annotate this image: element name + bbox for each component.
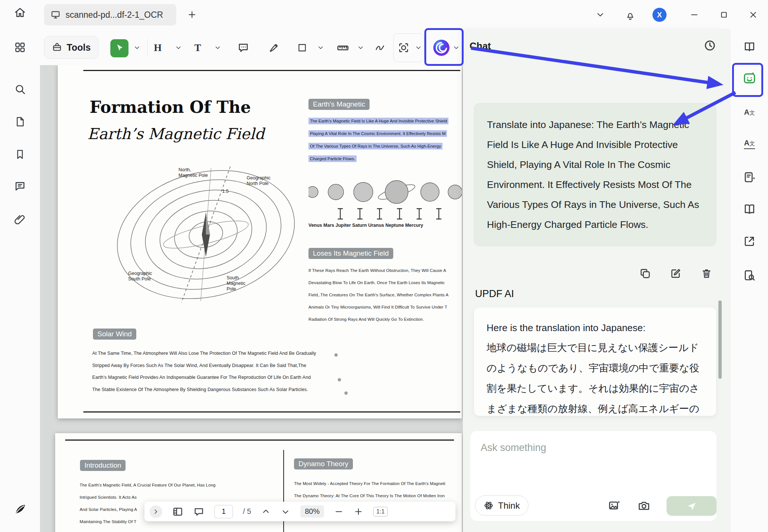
translate-alt-icon: A文: [744, 139, 755, 149]
annotation-dot[interactable]: [338, 378, 341, 381]
ai-response-bubble[interactable]: Here is the translation into Japanese: 地…: [474, 307, 716, 416]
ocr-tag-solar-wind[interactable]: Solar Wind: [93, 329, 136, 340]
close-button[interactable]: [748, 10, 758, 20]
ruler-icon: [337, 41, 349, 54]
ai-export-button[interactable]: [742, 234, 757, 248]
planets-caption: Venus Mars Jupiter Saturn Uranus Neptune…: [308, 223, 423, 228]
annotation-dot[interactable]: [334, 353, 338, 357]
collapse-toolbar-button[interactable]: [595, 10, 605, 20]
tools-button[interactable]: Tools: [44, 36, 98, 59]
notifications-button[interactable]: [625, 10, 635, 20]
freehand-tool[interactable]: [373, 41, 387, 54]
chevron-down-icon: [595, 10, 605, 20]
thumbnail-panel-button[interactable]: [172, 506, 183, 517]
diagram-label-north: North, Magnetic Pole: [178, 167, 208, 178]
page-total-label: / 5: [243, 507, 251, 516]
pdf-title-line2: Earth’s Magnetic Field: [87, 125, 264, 143]
sidebar-item-panels[interactable]: [13, 41, 27, 54]
plus-icon: [187, 10, 197, 20]
delete-message-button[interactable]: [701, 267, 712, 279]
screenshot-button[interactable]: [638, 499, 650, 512]
message-actions: [639, 267, 712, 279]
ocr-tag-introduction[interactable]: Introduction: [80, 460, 126, 471]
pdf-page-1[interactable]: Formation Of The Earth’s Magnetic Field: [58, 65, 462, 418]
text-tool[interactable]: T: [191, 41, 204, 54]
shape-tool[interactable]: [295, 41, 309, 54]
book-icon: [743, 203, 756, 215]
sidebar-item-comments[interactable]: [13, 179, 27, 193]
export-icon: [743, 235, 756, 248]
annotation-dot[interactable]: [344, 391, 348, 395]
previous-page-button[interactable]: [261, 507, 271, 516]
new-tab-button[interactable]: [187, 10, 197, 20]
ask-input[interactable]: [474, 434, 717, 461]
sidebar-item-bookmarks[interactable]: [13, 148, 27, 161]
zoom-level-display[interactable]: 80%: [300, 505, 324, 518]
updf-logo-icon: [13, 502, 27, 516]
sidebar-item-search[interactable]: [13, 83, 27, 96]
minus-icon: [334, 507, 344, 516]
select-tool-dropdown[interactable]: [133, 44, 141, 51]
measure-tool[interactable]: [336, 41, 350, 54]
pen-tool[interactable]: [267, 41, 281, 54]
zoom-in-button[interactable]: [354, 507, 363, 516]
ai-sender-name: UPDF AI: [475, 288, 514, 300]
send-button[interactable]: [667, 496, 717, 516]
ocr-tag-dynamo-theory[interactable]: Dynamo Theory: [294, 458, 353, 469]
field-lines-figure: [113, 161, 299, 306]
heading-tool-dropdown[interactable]: [175, 44, 182, 51]
search-icon: [14, 83, 26, 95]
chevron-up-icon: [261, 507, 271, 516]
actual-size-button[interactable]: 1:1: [373, 507, 387, 516]
ai-summary-button[interactable]: [742, 170, 757, 184]
diagram-label-geo-south: Geographic South Pole: [128, 271, 152, 282]
translate-text-button[interactable]: A文: [742, 105, 757, 119]
right-sidebar: A文 A文: [730, 29, 768, 532]
think-mode-button[interactable]: Think: [475, 495, 528, 516]
zoom-out-button[interactable]: [334, 507, 344, 516]
diagram-label-geo-north: Geographic North Pole: [247, 175, 271, 186]
copy-message-button[interactable]: [639, 267, 651, 279]
home-button[interactable]: [13, 6, 27, 19]
ocr-tool-dropdown[interactable]: [415, 44, 422, 51]
search-document-button[interactable]: [742, 268, 757, 282]
chat-history-button[interactable]: [703, 39, 717, 52]
pdf-viewport[interactable]: Formation Of The Earth’s Magnetic Field: [40, 65, 463, 532]
chevron-down-icon: [415, 44, 422, 51]
sidebar-item-thumbnails[interactable]: [13, 115, 27, 128]
heading-tool[interactable]: H: [151, 41, 164, 54]
text-tool-dropdown[interactable]: [214, 44, 221, 51]
pdf-text-line: At The Same Time, The Atmosphere Will Al…: [92, 351, 316, 363]
document-tab[interactable]: scanned-pd...df-2-1_OCR: [44, 4, 176, 26]
sidebar-item-attachments[interactable]: [13, 213, 27, 226]
translate-page-button[interactable]: A文: [742, 137, 757, 151]
square-icon: [297, 43, 307, 53]
pdf-text-line: The Most Widely - Accepted Theory For Th…: [294, 481, 445, 494]
ocr-tag-earths-magnetic[interactable]: Earth's Magnetic: [308, 99, 370, 110]
minimize-button[interactable]: [689, 10, 699, 20]
heading-icon: H: [154, 42, 161, 54]
ocr-capture-tool[interactable]: [397, 41, 410, 54]
comment-tool[interactable]: [237, 41, 250, 54]
comment-panel-button[interactable]: [193, 506, 204, 517]
chat-scrollbar[interactable]: [718, 300, 722, 379]
booklet-view-button[interactable]: [742, 202, 757, 216]
measure-tool-dropdown[interactable]: [357, 44, 364, 51]
shape-tool-dropdown[interactable]: [317, 44, 324, 51]
scan-icon: [398, 42, 410, 54]
next-page-button[interactable]: [281, 507, 290, 516]
insert-image-button[interactable]: [608, 499, 621, 512]
ocr-tag-loses-field[interactable]: Loses Its Magnetic Field: [308, 248, 393, 259]
bell-icon: [625, 10, 635, 20]
edit-icon: [670, 267, 682, 279]
account-avatar[interactable]: X: [652, 8, 667, 22]
expand-pager-button[interactable]: [150, 505, 162, 518]
edit-message-button[interactable]: [670, 267, 682, 279]
highlighted-paragraph[interactable]: The Earth's Magnetic Field Is Like A Hug…: [308, 117, 448, 168]
search-doc-icon: [743, 269, 756, 282]
reader-mode-button[interactable]: [742, 40, 757, 54]
page-number-input[interactable]: [214, 505, 233, 518]
user-message-bubble[interactable]: Translate into Japanese: The Earth’s Mag…: [474, 103, 716, 246]
select-tool[interactable]: [110, 39, 128, 57]
maximize-button[interactable]: [719, 10, 729, 20]
